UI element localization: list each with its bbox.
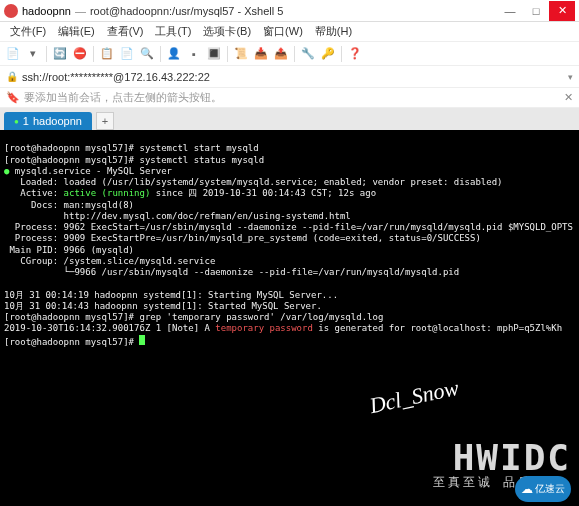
keys-icon[interactable]: 🔑 (319, 45, 337, 63)
address-bar: 🔒 ssh://root:**********@172.16.43.222:22… (0, 66, 579, 88)
session-tab[interactable]: ● 1 hadoopnn (4, 112, 92, 130)
line: └─9966 /usr/sbin/mysqld --daemonize --pi… (4, 267, 459, 277)
close-button[interactable]: ✕ (549, 1, 575, 21)
cmd: systemctl status mysqld (139, 155, 264, 165)
help-icon[interactable]: ❓ (346, 45, 364, 63)
title-path: root@hadoopnn:/usr/mysql57 - Xshell 5 (90, 5, 497, 17)
prompt: [root@hadoopnn mysql57]# (4, 143, 139, 153)
hint-close-icon[interactable]: ✕ (564, 91, 573, 104)
line: Main PID: 9966 (mysqld) (4, 245, 134, 255)
tab-status-icon: ● (14, 117, 19, 126)
hint-text: 要添加当前会话，点击左侧的箭头按钮。 (24, 90, 222, 105)
menu-file[interactable]: 文件(F) (4, 24, 52, 39)
highlight: temporary password (215, 323, 313, 333)
minimize-button[interactable]: — (497, 1, 523, 21)
watermark-signature: Dcl_Snow (367, 373, 461, 419)
line: Loaded: loaded (/usr/lib/systemd/system/… (4, 177, 503, 187)
line: since 四 2019-10-31 00:14:43 CST; 12s ago (150, 188, 376, 198)
prompt: [root@hadoopnn mysql57]# (4, 312, 139, 322)
brand-badge: ☁ 亿速云 (515, 476, 571, 502)
watermark-brand: HWIDC (453, 435, 571, 480)
script-icon[interactable]: 📜 (232, 45, 250, 63)
toolbar: 📄 ▾ 🔄 ⛔ 📋 📄 🔍 👤 ▪ 🔳 📜 📥 📤 🔧 🔑 ❓ (0, 42, 579, 66)
bookmark-icon[interactable]: 🔖 (6, 91, 20, 104)
chevron-down-icon[interactable]: ▾ (568, 72, 573, 82)
line: 10月 31 00:14:19 hadoopnn systemd[1]: Sta… (4, 290, 338, 300)
copy-icon[interactable]: 📋 (98, 45, 116, 63)
app-icon (4, 4, 18, 18)
menu-view[interactable]: 查看(V) (101, 24, 150, 39)
line: mysqld.service - MySQL Server (9, 166, 172, 176)
search-icon[interactable]: 🔍 (138, 45, 156, 63)
title-app: hadoopnn (22, 5, 71, 17)
lock-icon: 🔒 (6, 71, 18, 82)
hint-bar: 🔖 要添加当前会话，点击左侧的箭头按钮。 ✕ (0, 88, 579, 108)
new-session-icon[interactable]: 📄 (4, 45, 22, 63)
menu-window[interactable]: 窗口(W) (257, 24, 309, 39)
tab-num: 1 (23, 115, 29, 127)
line: 2019-10-30T16:14:32.900176Z 1 [Note] A (4, 323, 215, 333)
line: http://dev.mysql.com/doc/refman/en/using… (4, 211, 351, 221)
font-icon[interactable]: ▪ (185, 45, 203, 63)
line: Process: 9909 ExecStartPre=/usr/bin/mysq… (4, 233, 481, 243)
menu-edit[interactable]: 编辑(E) (52, 24, 101, 39)
color-icon[interactable]: 🔳 (205, 45, 223, 63)
line: CGroup: /system.slice/mysqld.service (4, 256, 215, 266)
brand-text: 亿速云 (535, 482, 565, 496)
line: Docs: man:mysqld(8) (4, 200, 134, 210)
line: is generated for root@localhost: mphP=q5… (313, 323, 562, 333)
dropdown-icon[interactable]: ▾ (24, 45, 42, 63)
reconnect-icon[interactable]: 🔄 (51, 45, 69, 63)
tab-bar: ● 1 hadoopnn + (0, 108, 579, 130)
menu-help[interactable]: 帮助(H) (309, 24, 358, 39)
prompt: [root@hadoopnn mysql57]# (4, 155, 139, 165)
add-tab-button[interactable]: + (96, 112, 114, 130)
cmd: grep 'temporary password' /var/log/mysql… (139, 312, 383, 322)
status-active: active (running) (64, 188, 151, 198)
line: Active: (4, 188, 64, 198)
line: 10月 31 00:14:43 hadoopnn systemd[1]: Sta… (4, 301, 322, 311)
terminal[interactable]: [root@hadoopnn mysql57]# systemctl start… (0, 130, 579, 506)
paste-icon[interactable]: 📄 (118, 45, 136, 63)
menu-tools[interactable]: 工具(T) (149, 24, 197, 39)
transfer-icon[interactable]: 📥 (252, 45, 270, 63)
line: Process: 9962 ExecStart=/usr/sbin/mysqld… (4, 222, 579, 232)
menu-tabs[interactable]: 选项卡(B) (197, 24, 257, 39)
menu-bar: 文件(F) 编辑(E) 查看(V) 工具(T) 选项卡(B) 窗口(W) 帮助(… (0, 22, 579, 42)
prompt: [root@hadoopnn mysql57]# (4, 337, 139, 347)
tab-name: hadoopnn (33, 115, 82, 127)
address-text[interactable]: ssh://root:**********@172.16.43.222:22 (22, 71, 568, 83)
cursor (139, 335, 145, 345)
title-bar: hadoopnn — root@hadoopnn:/usr/mysql57 - … (0, 0, 579, 22)
maximize-button[interactable]: □ (523, 1, 549, 21)
properties-icon[interactable]: 👤 (165, 45, 183, 63)
disconnect-icon[interactable]: ⛔ (71, 45, 89, 63)
upload-icon[interactable]: 📤 (272, 45, 290, 63)
tools-icon[interactable]: 🔧 (299, 45, 317, 63)
cloud-icon: ☁ (521, 482, 533, 496)
cmd: systemctl start mysqld (139, 143, 258, 153)
